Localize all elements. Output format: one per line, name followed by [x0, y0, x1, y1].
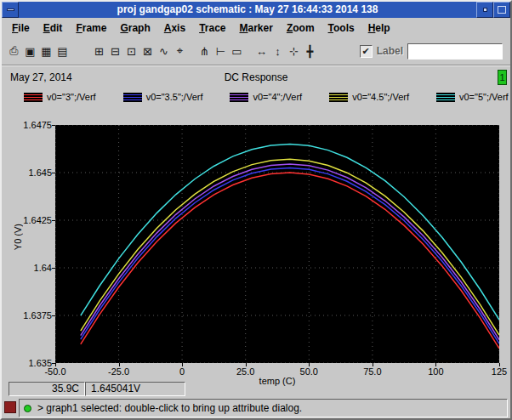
overlay-icon[interactable]: ⊟ [107, 43, 123, 60]
x-tickmark [119, 363, 120, 366]
y-tick-label: 1.6425 [2, 215, 52, 225]
window-menu-button[interactable] [2, 2, 19, 18]
legend-item-v0-5[interactable]: v0="5";/Verf [436, 92, 509, 102]
maximize-button[interactable] [493, 2, 510, 18]
legend-label: v0="4.5";/Verf [352, 92, 409, 102]
x-tickmark [309, 363, 310, 366]
legend-swatch-icon [123, 93, 142, 102]
subwindow-icon[interactable]: ⊞ [91, 43, 107, 60]
menu-axis[interactable]: Axis [157, 19, 192, 37]
menu-graph[interactable]: Graph [113, 19, 156, 37]
toolbar: ⎙ ▣ ▦ ▤ ⊞ ⊟ ⊡ ⊠ ∿ ⌖ ⋔ ⊢ ▭ ↔ ↕ ⊹ ╋ ✔ Labe… [2, 38, 510, 64]
y-tick-label: 1.64 [2, 263, 52, 273]
x-tickmark [435, 363, 436, 366]
waveform-plot [55, 125, 499, 363]
titlebar: proj gandgap02 schematic : May 27 16:44:… [2, 2, 510, 18]
label-input[interactable] [407, 43, 503, 60]
plot-canvas[interactable] [55, 125, 499, 363]
legend-label: v0="3";/Verf [47, 92, 96, 102]
y-tick-label: 1.6475 [2, 120, 52, 130]
menu-trace[interactable]: Trace [192, 19, 232, 37]
status-bar: > graph1 selected: double-click to bring… [19, 399, 508, 417]
pan-icon[interactable]: ╋ [302, 43, 318, 60]
panel-divider [2, 65, 510, 66]
label-checkbox-text: Label [377, 45, 403, 57]
snapshot-icon[interactable]: ▣ [22, 43, 38, 60]
strip-mode-icon[interactable]: ▤ [54, 43, 71, 60]
legend-label: v0="3.5";/Verf [146, 92, 203, 102]
legend-swatch-icon [230, 93, 248, 102]
cursor-y-readout: 1.645041V [85, 382, 185, 396]
graph-title: DC Response [2, 71, 510, 83]
y-tick-label: 1.6375 [2, 310, 52, 321]
grid-display-icon[interactable]: ▦ [38, 43, 54, 60]
legend-item-v0-3-5[interactable]: v0="3.5";/Verf [123, 92, 203, 102]
application-window: proj gandgap02 schematic : May 27 16:44:… [0, 0, 512, 420]
window-menu-icon [7, 9, 14, 11]
maximize-icon [498, 6, 506, 14]
status-square-icon [4, 401, 16, 413]
minimize-button[interactable] [476, 2, 493, 18]
y-tick-label: 1.645 [2, 167, 52, 178]
zoom-in-icon[interactable]: ⊹ [286, 43, 302, 60]
delete-trace-icon[interactable]: ⊠ [139, 43, 156, 60]
legend-item-v0-4-5[interactable]: v0="4.5";/Verf [329, 92, 409, 102]
label-checkbox[interactable]: ✔ [360, 45, 373, 58]
legend-label: v0="5";/Verf [459, 92, 509, 102]
legend-item-v0-3[interactable]: v0="3";/Verf [24, 92, 96, 102]
label-control-group: ✔ Label [360, 43, 503, 60]
graph-header: May 27, 2014 DC Response 1 [2, 70, 510, 85]
menu-zoom[interactable]: Zoom [280, 19, 321, 37]
legend-item-v0-4[interactable]: v0="4";/Verf [230, 92, 302, 102]
legend-swatch-icon [24, 93, 43, 102]
x-tickmark [55, 363, 56, 366]
x-tickmark [499, 363, 500, 366]
y-tickmark [52, 363, 55, 364]
x-tickmark [373, 363, 373, 366]
legend-swatch-icon [436, 93, 455, 102]
zoom-y-icon[interactable]: ↕ [270, 43, 286, 60]
menu-help[interactable]: Help [361, 19, 397, 37]
vert-marker-icon[interactable]: ⋔ [196, 43, 213, 60]
x-tickmark [246, 363, 247, 366]
legend: v0="3";/Verf v0="3.5";/Verf v0="4";/Verf… [24, 90, 510, 104]
menu-marker[interactable]: Marker [233, 19, 280, 37]
zoom-fit-icon[interactable]: ▭ [229, 43, 245, 60]
graph-number-badge[interactable]: 1 [498, 70, 507, 85]
status-message: > graph1 selected: double-click to bring… [37, 402, 302, 414]
cursor-x-readout: 35.9C [9, 382, 85, 396]
menu-tools[interactable]: Tools [321, 19, 361, 37]
print-icon[interactable]: ⎙ [6, 43, 22, 60]
legend-swatch-icon [329, 93, 348, 102]
legend-label: v0="4";/Verf [253, 92, 302, 102]
slope-marker-icon[interactable]: ∿ [156, 43, 172, 60]
y-tick-label: 1.635 [2, 358, 52, 368]
zoom-x-icon[interactable]: ↔ [253, 43, 270, 60]
menu-frame[interactable]: Frame [69, 19, 113, 37]
x-tickmark [182, 363, 183, 366]
horiz-marker-icon[interactable]: ⊢ [213, 43, 229, 60]
menu-edit[interactable]: Edit [37, 19, 70, 37]
menubar: File Edit Frame Graph Axis Trace Marker … [2, 18, 510, 38]
status-dot-icon [24, 405, 31, 412]
point-marker-icon[interactable]: ⌖ [172, 43, 188, 60]
y-axis-title: Y0 (V) [13, 224, 23, 250]
minimize-icon [483, 8, 487, 12]
composite-icon[interactable]: ⊡ [123, 43, 139, 60]
menu-file[interactable]: File [5, 19, 37, 37]
window-title: proj gandgap02 schematic : May 27 16:44:… [19, 2, 476, 18]
